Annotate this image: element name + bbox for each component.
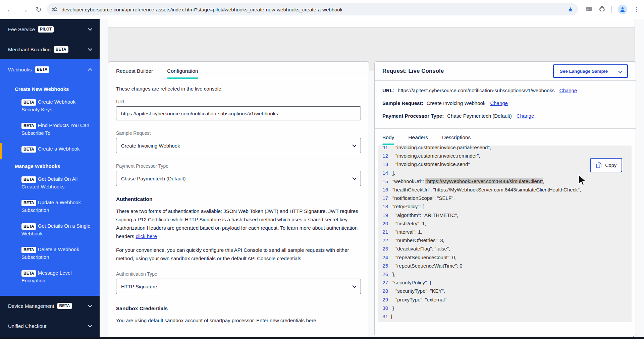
info-label: Sample Request: [382,100,423,106]
code-line-25: 25"repeatSequenceWaitTime": 0 [378,262,632,270]
sidebar-nav: Fee ServicePILOTMerchant BoardingBETA We… [0,19,100,339]
copy-button[interactable]: Copy [590,158,622,172]
console-info-row-payment-processor-type: Payment Processor Type:Chase Paymentech … [382,113,628,119]
code-line-27: 27"securityPolicy": { [378,278,632,287]
code-line-26: 26}, [378,270,632,278]
active-tab-underline [382,144,394,145]
console-tab-descriptions[interactable]: Descriptions [442,128,471,145]
console-info-row-sample-request: Sample Request:Create Invoicing WebhookC… [382,100,628,106]
active-tab-underline [167,77,198,79]
toolbar-separator [611,6,612,13]
sidebar-item-label: Merchant Boarding [8,47,51,52]
info-value: Chase Paymentech (Default) [447,113,512,119]
sidebar-item-get-details-on-a-single-webhook[interactable]: BETAGet Details On a Single Webhook [0,218,100,241]
processor-label: Payment Processor Type [116,163,361,169]
back-icon[interactable]: ← [7,6,14,13]
authentication-heading: Authentication [116,196,361,202]
code-line-text: "invoicing.customer.invoice.send" [391,160,470,168]
beta-badge: PILOT [38,26,54,33]
reload-icon[interactable]: ↻ [36,6,42,13]
code-line-text: "webhookUrl": "https://MyWebhookServer.c… [391,177,544,185]
code-line-number: 11 [378,146,388,152]
code-line-number: 22 [378,236,388,244]
sidebar-item-update-a-webhook-subscription[interactable]: BETAUpdate a Webhook Subscription [0,194,100,218]
code-line-number: 21 [378,228,388,236]
auth-type-label: Authentication Type [116,271,361,277]
main-content: Request BuilderConfiguration These chang… [100,19,644,339]
code-line-19: 19"algorithm": "ARITHMETIC", [378,211,632,219]
sidebar-item-get-details-on-all-created-webhooks[interactable]: BETAGet Details On All Created Webhooks [0,171,100,194]
code-line-18: 18"retryPolicy": { [378,202,632,211]
chevron-down-icon [88,47,92,51]
code-line-28: 28"securityType": "KEY", [378,287,632,295]
code-line-number: 20 [378,219,388,228]
beta-badge: BETA [57,303,72,309]
profile-avatar[interactable] [618,5,627,14]
console-tab-headers[interactable]: Headers [408,128,428,145]
tab-request-builder[interactable]: Request Builder [116,62,153,79]
change-link[interactable]: Change [559,88,577,93]
chevron-down-icon [88,323,92,328]
code-line-22: 22"numberOfRetries": 3, [378,236,632,244]
tab-configuration[interactable]: Configuration [167,62,198,79]
sidebar-item-label: Webhooks [8,67,32,72]
sidebar-item-create-webhook-security-keys[interactable]: BETACreate Webhook Security Keys [0,94,100,117]
url-input[interactable]: https://apitest.cybersource.com/notifica… [116,106,361,120]
sidebar-item-delete-a-webhook-subscription[interactable]: BETADelete a Webhook Subscription [0,241,100,265]
code-line-number: 17 [378,194,388,202]
beta-badge: BETA [21,176,36,183]
sidebar-item-webhooks[interactable]: Webhooks BETA [0,59,100,79]
forward-icon[interactable]: → [21,6,28,13]
sidebar-group-title-create-new-webhooks: Create New Webhooks [0,79,100,94]
sidebar-item-fee-service[interactable]: Fee ServicePILOT [0,19,100,39]
code-line-number: 12 [378,152,388,160]
see-language-sample-button[interactable]: See Language Sample [553,64,628,78]
address-bar[interactable]: developer.cybersource.com/api-reference-… [47,3,578,15]
payment-card-icon[interactable] [585,6,593,13]
code-line-number: 13 [378,160,388,168]
request-body-code[interactable]: 11"invoicing.customer.invoice.partial-re… [378,146,632,322]
click-here-link[interactable]: click here [136,233,157,239]
sidebar-item-device-management[interactable]: Device ManagementBETA [0,296,100,316]
code-line-text: "algorithm": "ARITHMETIC", [391,211,458,219]
bookmark-star-icon[interactable]: ★ [568,6,573,13]
code-line-text: "repeatSequenceWaitTime": 0 [391,262,463,270]
beta-badge: BETA [21,146,36,153]
menu-kebab-icon[interactable]: ⋮ [633,6,639,13]
code-line-30: 30} [378,304,632,312]
console-tab-row: BodyHeadersDescriptions [375,128,636,145]
sample-request-select[interactable]: Create Invoicing Webhook [116,138,361,153]
chevron-down-icon [352,176,357,180]
extensions-icon[interactable] [599,5,605,13]
sidebar-item-create-a-webhook[interactable]: BETACreate a Webhook [0,141,100,157]
sidebar-item-message-level-encryption[interactable]: BETAMessage Level Encryption [0,265,100,288]
change-link[interactable]: Change [517,113,534,119]
sidebar-item-unified-checkout[interactable]: Unified Checkout [0,316,100,336]
processor-select[interactable]: Chase Paymentech (Default) [116,171,361,186]
chevron-down-icon [618,69,623,73]
sidebar-item-merchant-boarding[interactable]: Merchant BoardingBETA [0,39,100,59]
auth-type-select[interactable]: HTTP Signature [116,279,361,294]
site-settings-icon[interactable] [52,6,58,12]
active-item-marker [0,143,2,159]
authentication-paragraph-2: For your convenience, you can quickly co… [116,246,361,263]
tab-label: Headers [408,134,428,140]
console-tab-body[interactable]: Body [382,128,394,145]
live-console-panel: Request: Live Console See Language Sampl… [374,61,636,336]
code-line-text: "numberOfRetries": 3, [391,236,444,244]
info-value: Create Invoicing Webhook [427,100,486,106]
chevron-down-icon [88,26,92,31]
url-text[interactable]: developer.cybersource.com/api-reference-… [62,7,564,12]
auth-type-field-group: Authentication Type HTTP Signature [116,271,361,294]
code-line-24: 24"repeatSequenceCount": 0, [378,253,632,262]
code-line-number: 24 [378,253,388,262]
tab-label: Body [382,134,394,140]
code-line-text: "securityPolicy": { [391,278,431,287]
mouse-cursor [577,174,587,188]
sidebar-item-label: Fee Service [8,26,35,32]
change-link[interactable]: Change [490,100,508,106]
code-line-text: "deactivateFlag": "false", [391,244,450,253]
code-line-number: 14 [378,169,388,177]
sidebar-item-find-products-you-can-subscribe-to[interactable]: BETAFind Products You Can Subscribe To [0,117,100,141]
code-line-text: }, [391,270,395,278]
